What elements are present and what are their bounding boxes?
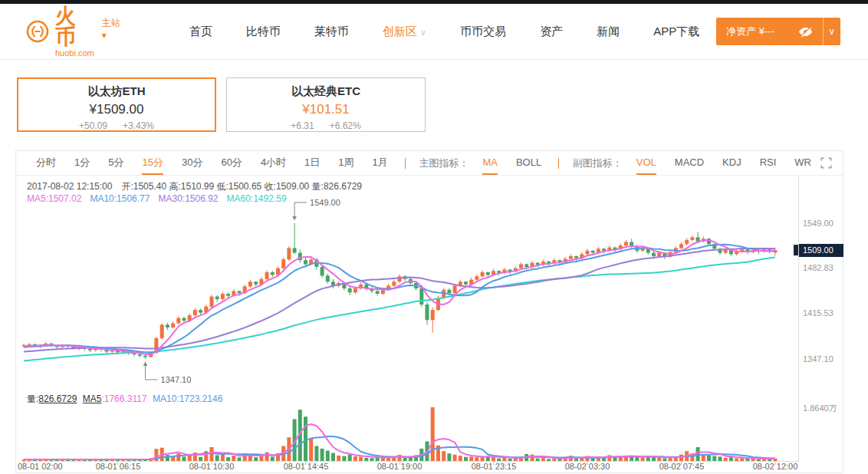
sub-indicator-tab[interactable]: WR bbox=[794, 151, 811, 175]
sub-indicator-tab[interactable]: MACD bbox=[675, 151, 704, 175]
time-axis-label: 08-01 19:00 bbox=[364, 462, 435, 471]
period-tab[interactable]: 分时 bbox=[36, 151, 56, 175]
nav-item[interactable]: 资产 bbox=[523, 25, 580, 39]
volume-info-line: 量:826.6729 MA5:1766.3117 MA10:1723.2146 bbox=[27, 393, 225, 406]
svg-text:1347.10: 1347.10 bbox=[161, 375, 192, 384]
ma-legend-item: MA5:1507.02 bbox=[27, 193, 81, 204]
price-axis-label: 1415.53 bbox=[803, 308, 833, 318]
current-price-badge: 1509.00 bbox=[799, 244, 843, 257]
time-axis-label: 08-01 02:00 bbox=[18, 462, 88, 471]
brand-logo[interactable]: 火币 huobi.com 主站 ▾ bbox=[26, 6, 122, 58]
brand-domain: huobi.com bbox=[55, 49, 94, 58]
ma-legend: MA5:1507.02MA10:1506.77MA30:1506.92MA60:… bbox=[27, 193, 295, 204]
period-tab[interactable]: 1日 bbox=[304, 151, 320, 175]
nav-item[interactable]: APP下载 bbox=[636, 25, 716, 39]
main-indicator-tab[interactable]: MA bbox=[482, 151, 498, 175]
brand-name: 火币 bbox=[55, 6, 94, 48]
time-axis-label: 08-01 10:30 bbox=[176, 462, 247, 471]
nav-item[interactable]: 首页 bbox=[173, 25, 229, 39]
eye-off-icon[interactable] bbox=[798, 26, 813, 38]
sub-indicator-tab[interactable]: KDJ bbox=[722, 151, 741, 175]
time-axis-label: 08-01 14:45 bbox=[271, 462, 341, 471]
card-change: +50.09+3.43% bbox=[18, 120, 215, 131]
net-asset-label: 净资产 ¥--- bbox=[726, 25, 774, 38]
ma-legend-item: MA60:1492.59 bbox=[227, 193, 287, 204]
card-price: ¥1509.00 bbox=[18, 102, 215, 117]
period-tab[interactable]: 30分 bbox=[182, 151, 202, 175]
period-tab[interactable]: 4小时 bbox=[261, 151, 286, 175]
ma-legend-item: MA10:1506.77 bbox=[90, 193, 150, 204]
sub-indicator-tab[interactable]: RSI bbox=[760, 151, 777, 175]
main-indicator-label: 主图指标： bbox=[419, 156, 469, 170]
ma-legend-item: MA30:1506.92 bbox=[158, 193, 218, 204]
card-title: 以太经典ETC bbox=[227, 84, 425, 99]
card-price: ¥101.51 bbox=[227, 102, 425, 117]
time-axis-label: 08-02 12:00 bbox=[740, 462, 810, 471]
nav-item[interactable]: 莱特币 bbox=[298, 25, 366, 39]
nav-item[interactable]: 新闻 bbox=[580, 25, 636, 39]
sub-indicator-label: 副图指标： bbox=[573, 156, 623, 170]
period-tab[interactable]: 1周 bbox=[338, 151, 353, 175]
card-title: 以太坊ETH bbox=[18, 84, 215, 99]
time-axis-label: 08-01 06:15 bbox=[83, 462, 153, 471]
nav-item[interactable]: 创新区∨ bbox=[366, 25, 443, 39]
period-tab[interactable]: 1分 bbox=[74, 151, 90, 175]
chevron-down-icon[interactable]: ∨ bbox=[823, 18, 840, 45]
card-etc[interactable]: 以太经典ETC ¥101.51 +6.31+6.62% bbox=[226, 77, 426, 132]
card-eth[interactable]: 以太坊ETH ¥1509.00 +50.09+3.43% bbox=[17, 77, 216, 132]
price-axis-label: 1347.10 bbox=[803, 354, 833, 364]
ohlc-info-line: 2017-08-02 12:15:00 开:1505.40 高:1510.99 … bbox=[27, 180, 362, 193]
chart-toolbar: 分时1分5分15分30分60分4小时1日1周1月 主图指标： MABOLL 副图… bbox=[16, 151, 843, 176]
sub-indicator-tab[interactable]: VOL bbox=[636, 151, 656, 175]
time-axis-label: 08-02 03:30 bbox=[552, 462, 623, 471]
fullscreen-icon[interactable] bbox=[820, 157, 832, 169]
chevron-down-icon: ∨ bbox=[420, 28, 426, 37]
card-change: +6.31+6.62% bbox=[227, 120, 425, 131]
main-indicator-tabs: MABOLL bbox=[473, 151, 551, 175]
huobi-logo-icon bbox=[26, 17, 49, 46]
site-selector[interactable]: 主站 ▾ bbox=[102, 17, 122, 41]
svg-text:1549.00: 1549.00 bbox=[310, 198, 340, 207]
chart-container: 分时1分5分15分30分60分4小时1日1周1月 主图指标： MABOLL 副图… bbox=[15, 150, 843, 473]
price-axis-label: 1549.00 bbox=[803, 219, 833, 228]
toolbar-divider bbox=[405, 158, 406, 169]
toolbar-divider bbox=[558, 158, 559, 169]
period-tabs: 分时1分5分15分30分60分4小时1日1周1月 bbox=[27, 151, 397, 175]
price-axis: 1549.001482.831415.531347.101509.001.864… bbox=[798, 176, 843, 462]
nav-item[interactable]: 比特币 bbox=[229, 25, 298, 39]
market-cards: 以太坊ETH ¥1509.00 +50.09+3.43% 以太经典ETC ¥10… bbox=[0, 60, 868, 132]
nav-item[interactable]: 币币交易 bbox=[443, 25, 523, 39]
net-asset-button[interactable]: 净资产 ¥--- ∨ bbox=[716, 18, 840, 45]
main-indicator-tab[interactable]: BOLL bbox=[516, 151, 541, 175]
period-tab[interactable]: 60分 bbox=[221, 151, 242, 175]
time-axis-label: 08-01 23:15 bbox=[459, 462, 529, 471]
main-nav: 首页比特币莱特币创新区∨币币交易资产新闻APP下载 bbox=[173, 25, 716, 39]
period-tab[interactable]: 5分 bbox=[108, 151, 123, 175]
period-tab[interactable]: 1月 bbox=[373, 151, 388, 175]
time-axis: 08-01 02:0008-01 06:1508-01 10:3008-01 1… bbox=[16, 462, 806, 472]
sub-indicator-tabs: VOLMACDKDJRSIWR bbox=[627, 151, 820, 175]
candlestick-chart[interactable]: 1549.001347.10 bbox=[22, 176, 798, 466]
chart-body[interactable]: 2017-08-02 12:15:00 开:1505.40 高:1510.99 … bbox=[16, 176, 843, 472]
price-axis-label: 1482.83 bbox=[803, 263, 833, 272]
volume-axis-label: 1.8640万 bbox=[803, 403, 837, 414]
time-axis-label: 08-02 07:45 bbox=[646, 462, 717, 471]
period-tab[interactable]: 15分 bbox=[142, 151, 163, 175]
header: 火币 huobi.com 主站 ▾ 首页比特币莱特币创新区∨币币交易资产新闻AP… bbox=[0, 4, 868, 60]
